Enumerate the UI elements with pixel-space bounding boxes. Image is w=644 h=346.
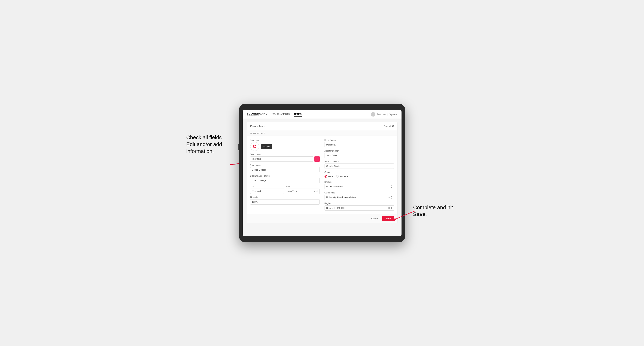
conference-label: Conference	[324, 192, 394, 194]
right-column: Head Coach Assistant Coach	[324, 139, 394, 211]
right-annotation: Complete and hit Save.	[413, 204, 458, 218]
cancel-button[interactable]: Cancel	[369, 216, 381, 221]
region-select-wrapper: Region II - (M) DIII ✕ ▲▼	[324, 205, 394, 211]
conference-field: Conference University Athletic Associati…	[324, 192, 394, 200]
navbar-left: SCOREBOARD Powered by clippd TOURNAMENTS…	[247, 112, 302, 117]
form-panel: Create Team Cancel ✕ TEAM DETAILS	[247, 122, 398, 223]
region-field: Region Region II - (M) DIII ✕ ▲▼	[324, 202, 394, 211]
display-name-label: Display name (unique)	[250, 175, 320, 177]
zip-input[interactable]	[250, 199, 320, 204]
sign-out-link[interactable]: Sign out	[389, 113, 397, 116]
main-content: Create Team Cancel ✕ TEAM DETAILS	[243, 119, 402, 236]
gender-field: Gender Mens Womens	[324, 171, 394, 178]
gender-womens-option[interactable]: Womens	[336, 175, 348, 178]
display-name-field: Display name (unique)	[250, 175, 320, 183]
team-logo-circle: C	[250, 142, 259, 151]
gender-radio-group: Mens Womens	[324, 174, 394, 178]
navbar: SCOREBOARD Powered by clippd TOURNAMENTS…	[243, 110, 402, 119]
region-clear-icon[interactable]: ✕	[388, 207, 390, 209]
conference-select[interactable]: University Athletic Association	[324, 195, 394, 200]
close-icon: ✕	[392, 125, 394, 128]
nav-links: TOURNAMENTS TEAMS	[272, 112, 302, 117]
division-label: Division	[324, 181, 394, 183]
head-coach-field: Head Coach	[324, 139, 394, 147]
left-column: Team logo C Upload	[250, 139, 320, 211]
city-input[interactable]	[250, 188, 284, 194]
form-footer: Cancel Save	[247, 214, 397, 223]
gender-womens-label: Womens	[340, 175, 348, 178]
team-logo-label: Team logo	[250, 139, 320, 141]
zip-label: Zip code	[250, 196, 320, 198]
assistant-coach-label: Assistant Coach	[324, 150, 394, 152]
section-label: TEAM DETAILS	[247, 130, 397, 136]
gender-label: Gender	[324, 171, 394, 173]
state-clear-icon[interactable]: ✕	[314, 190, 316, 193]
womens-radio-dot	[336, 175, 339, 178]
form-body: Team logo C Upload	[247, 136, 397, 214]
conference-select-wrapper: University Athletic Association ✕ ▲▼	[324, 195, 394, 200]
right-arrow-icon	[393, 209, 417, 221]
team-name-field: Team name	[250, 164, 320, 173]
user-name: Test User |	[377, 113, 388, 116]
city-state-row: City State New York	[250, 185, 320, 194]
avatar	[371, 112, 376, 117]
form-title: Create Team	[250, 125, 265, 128]
zip-field: Zip code	[250, 196, 320, 204]
division-select[interactable]: NCAA Division III	[324, 184, 394, 189]
team-name-input[interactable]	[250, 167, 320, 173]
gender-mens-option[interactable]: Mens	[324, 175, 334, 178]
app-logo: SCOREBOARD Powered by clippd	[247, 112, 268, 116]
head-coach-label: Head Coach	[324, 139, 394, 141]
state-field: State New York ✕ ▲▼	[286, 185, 320, 194]
colour-swatch[interactable]	[314, 157, 320, 162]
assistant-coach-field: Assistant Coach	[324, 150, 394, 158]
cancel-header-btn[interactable]: Cancel ✕	[384, 125, 394, 128]
state-label: State	[286, 185, 320, 188]
colour-input-row	[250, 157, 320, 162]
city-state-field: City State New York	[250, 185, 320, 194]
left-annotation: Check all fields. Edit and/or add inform…	[186, 134, 231, 155]
upload-logo-button[interactable]: Upload	[261, 144, 272, 149]
conference-clear-icon[interactable]: ✕	[388, 196, 390, 199]
colour-input[interactable]	[250, 157, 313, 162]
head-coach-input[interactable]	[324, 142, 394, 147]
save-button[interactable]: Save	[382, 216, 394, 221]
team-colour-field: Team colour	[250, 153, 320, 162]
athletic-director-field: Athletic Director	[324, 161, 394, 169]
display-name-input[interactable]	[250, 178, 320, 183]
team-colour-label: Team colour	[250, 153, 320, 156]
form-header: Create Team Cancel ✕	[247, 122, 397, 130]
division-select-wrapper: NCAA Division III ▲▼	[324, 184, 394, 189]
city-label: City	[250, 185, 284, 188]
tablet-screen: SCOREBOARD Powered by clippd TOURNAMENTS…	[243, 110, 402, 236]
region-select[interactable]: Region II - (M) DIII	[324, 205, 394, 211]
athletic-director-input[interactable]	[324, 164, 394, 169]
mens-radio-dot	[324, 175, 327, 178]
nav-tournaments[interactable]: TOURNAMENTS	[272, 112, 290, 117]
state-select-wrapper: New York ✕ ▲▼	[286, 188, 320, 194]
logo-area: C Upload	[250, 142, 320, 151]
city-field: City	[250, 185, 284, 194]
tablet-frame: SCOREBOARD Powered by clippd TOURNAMENTS…	[239, 104, 405, 242]
division-field: Division NCAA Division III ▲▼	[324, 181, 394, 189]
athletic-director-label: Athletic Director	[324, 161, 394, 163]
team-logo-field: Team logo C Upload	[250, 139, 320, 151]
gender-mens-label: Mens	[328, 175, 334, 178]
team-name-label: Team name	[250, 164, 320, 166]
navbar-right: Test User | Sign out	[371, 112, 398, 117]
assistant-coach-input[interactable]	[324, 153, 394, 158]
region-label: Region	[324, 202, 394, 204]
nav-teams[interactable]: TEAMS	[294, 112, 302, 117]
